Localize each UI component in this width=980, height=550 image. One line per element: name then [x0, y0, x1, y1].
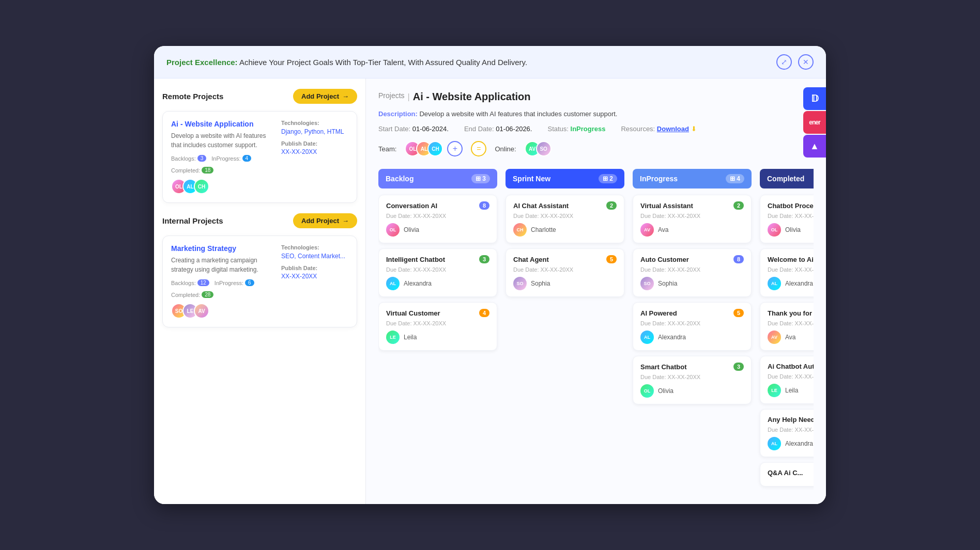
ai-website-left: Ai - Website Application Develop a websi…: [171, 120, 274, 194]
kanban-card-backlog-0[interactable]: Conversation AI 8 Due Date: XX-XX-20XX O…: [378, 195, 497, 243]
card-avatar: OL: [768, 223, 781, 237]
kanban-col-sprint: Sprint New ⊞ 2 AI Chat Assistant 2 Due D…: [506, 169, 624, 492]
card-count: 2: [733, 201, 744, 210]
close-icon[interactable]: ✕: [798, 54, 814, 70]
internal-add-project-button[interactable]: Add Project →: [293, 213, 357, 228]
marketing-right: Technologies: SEO, Content Market... Pub…: [281, 244, 348, 319]
card-title: AI Chat Assistant: [513, 202, 569, 210]
status-badge: InProgress: [571, 125, 606, 133]
col-title-completed: Completed: [767, 175, 804, 183]
card-due: Due Date: XX-XX-20XX: [386, 320, 489, 326]
banner-text: Project Excellence: Achieve Your Project…: [166, 58, 527, 67]
card-title: AI Powered: [640, 309, 677, 317]
kanban-card-inprogress-1[interactable]: Auto Customer 8 Due Date: XX-XX-20XX SO …: [633, 248, 752, 297]
breadcrumb-separator: |: [408, 92, 410, 102]
marketing-tech-links[interactable]: SEO, Content Market...: [281, 253, 348, 260]
card-person-name: Ava: [785, 334, 795, 341]
description-text: Develop a website with AI features that …: [419, 110, 617, 118]
internal-section-header: Internal Projects Add Project →: [162, 213, 357, 228]
kanban-card-inprogress-2[interactable]: AI Powered 5 Due Date: XX-XX-20XX AL Ale…: [633, 302, 752, 351]
kanban-card-sprint-1[interactable]: Chat Agent 5 Due Date: XX-XX-20XX SO Sop…: [506, 248, 624, 297]
end-date-value: 01-06-2026.: [496, 125, 532, 133]
remote-title: Remote Projects: [162, 92, 223, 101]
team-avatar-3: CH: [427, 141, 443, 156]
card-person-name: Alexandra: [785, 440, 813, 447]
card-person: OL Olivia: [768, 223, 814, 237]
marketing-desc: Creating a marketing campaign strategy u…: [171, 256, 274, 274]
card-due: Due Date: XX-XX-20XX: [386, 266, 489, 273]
tech-links[interactable]: Django, Python, HTML: [281, 128, 348, 135]
description-row: Description: Develop a website with AI f…: [378, 110, 814, 118]
kanban-card-completed-3[interactable]: Ai Chatbot Auto Due Date: XX-XX-20XX LE …: [760, 356, 814, 404]
ai-website-title[interactable]: Ai - Website Application: [171, 120, 274, 128]
remote-add-project-button[interactable]: Add Project →: [293, 89, 357, 104]
inprogress-count: 4: [242, 155, 252, 162]
backlogs-stat: Backlogs: 3: [171, 155, 206, 162]
card-title-row: Welcome to Ai 15: [768, 255, 814, 263]
card-title: Smart Chatbot: [640, 363, 687, 371]
card-count: 5: [606, 255, 617, 263]
card-avatar: AV: [768, 331, 781, 344]
card-person: LE Leila: [768, 384, 814, 397]
card-title: Q&A Ai C...: [768, 469, 803, 477]
marketing-title[interactable]: Marketing Strategy: [171, 244, 274, 253]
card-due: Due Date: XX-XX-20XX: [768, 320, 814, 326]
avatar-3: CH: [194, 179, 209, 194]
card-person: LE Leila: [386, 331, 489, 344]
card-person: AV Ava: [640, 223, 744, 237]
icon-e-button[interactable]: ener: [803, 111, 826, 134]
kanban-card-completed-4[interactable]: Any Help Need... Due Date: XX-XX-20XX AL…: [760, 409, 814, 457]
card-due: Due Date: XX-XX-20XX: [768, 266, 814, 273]
breadcrumb[interactable]: Projects: [378, 91, 405, 100]
description-label: Description:: [378, 110, 418, 118]
icon-d-button[interactable]: 𝔻: [803, 87, 826, 110]
kanban-card-completed-0[interactable]: Chatbot Processing 8 Due Date: XX-XX-20X…: [760, 195, 814, 243]
banner-bold: Project Excellence:: [166, 58, 238, 67]
card-title-row: Smart Chatbot 3: [640, 363, 744, 371]
marketing-inprogress-stat: InProgress: 6: [215, 279, 254, 286]
kanban-card-sprint-0[interactable]: AI Chat Assistant 2 Due Date: XX-XX-20XX…: [506, 195, 624, 243]
expand-icon[interactable]: ⤢: [776, 54, 792, 70]
internal-title: Internal Projects: [162, 216, 223, 225]
banner: Project Excellence: Achieve Your Project…: [154, 46, 826, 78]
card-avatar: SO: [640, 277, 654, 290]
card-person-name: Olivia: [404, 226, 419, 233]
kanban-board: Backlog ⊞ 3 Conversation AI 8 Due Date: …: [378, 169, 814, 492]
meta-row: Start Date: 01-06-2024. End Date: 01-06-…: [378, 125, 814, 133]
card-person: AL Alexandra: [768, 437, 814, 450]
card-person-name: Leila: [404, 334, 417, 341]
resources-group: Resources: Download ⬇: [621, 125, 696, 133]
end-date-label: End Date: 01-06-2026.: [464, 125, 532, 133]
kanban-card-completed-2[interactable]: Thank you for using Ai 3 Due Date: XX-XX…: [760, 302, 814, 351]
kanban-card-inprogress-0[interactable]: Virtual Assistant 2 Due Date: XX-XX-20XX…: [633, 195, 752, 243]
kanban-col-backlog: Backlog ⊞ 3 Conversation AI 8 Due Date: …: [378, 169, 497, 492]
card-due: Due Date: XX-XX-20XX: [640, 213, 744, 219]
kanban-card-completed-5[interactable]: Q&A Ai C...: [760, 462, 814, 486]
card-count: 8: [733, 255, 744, 263]
marketing-left: Marketing Strategy Creating a marketing …: [171, 244, 274, 319]
team-eq-button[interactable]: =: [471, 141, 486, 156]
kanban-col-completed: Completed ⊞ 18 Chatbot Processing 8 Due …: [760, 169, 814, 492]
card-person: SO Sophia: [513, 277, 617, 290]
team-add-button[interactable]: +: [447, 141, 463, 156]
icon-triangle-button[interactable]: ▲: [803, 135, 826, 158]
remote-section-header: Remote Projects Add Project →: [162, 89, 357, 104]
card-person: SO Sophia: [640, 277, 744, 290]
card-avatar: AV: [640, 223, 654, 237]
banner-rest: Achieve Your Project Goals With Top-Tier…: [239, 58, 527, 67]
kanban-card-completed-1[interactable]: Welcome to Ai 15 Due Date: XX-XX-20XX AL…: [760, 248, 814, 297]
card-title: Any Help Need...: [768, 416, 814, 423]
download-link[interactable]: Download: [657, 125, 689, 133]
card-count: 5: [733, 309, 744, 317]
card-avatar: CH: [513, 223, 527, 237]
right-icons: 𝔻 ener ▲: [803, 87, 826, 158]
card-title-row: Conversation AI 8: [386, 201, 489, 210]
kanban-card-backlog-1[interactable]: Intelligent Chatbot 3 Due Date: XX-XX-20…: [378, 248, 497, 297]
card-due: Due Date: XX-XX-20XX: [640, 320, 744, 326]
team-row: Team: OL AL CH + = Online: AV SO: [378, 141, 814, 156]
card-title-row: Any Help Need...: [768, 416, 814, 423]
main-container: Project Excellence: Achieve Your Project…: [154, 46, 826, 504]
kanban-card-inprogress-3[interactable]: Smart Chatbot 3 Due Date: XX-XX-20XX OL …: [633, 356, 752, 404]
kanban-card-backlog-2[interactable]: Virtual Customer 4 Due Date: XX-XX-20XX …: [378, 302, 497, 351]
marketing-avatar-3: AV: [194, 303, 209, 319]
